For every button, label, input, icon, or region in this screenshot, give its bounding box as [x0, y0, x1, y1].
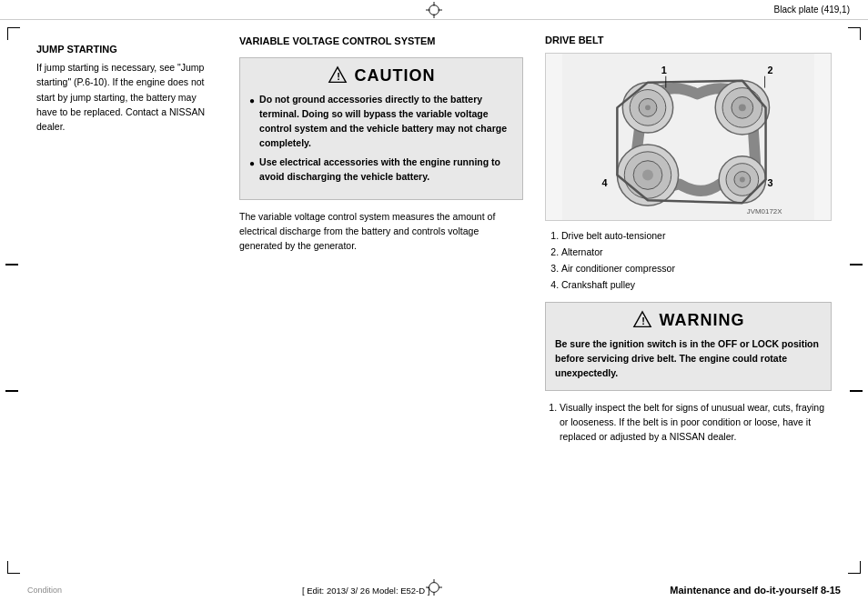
footer-edit: [ Edit: 2013/ 3/ 26 Model: E52-D ] — [302, 586, 429, 596]
drive-belt-diagram: 1 2 3 4 JVM0172X — [545, 53, 832, 221]
header-bar: Black plate (419,1) — [0, 0, 868, 20]
caution-bullet-1: Do not ground accessories directly to th… — [249, 93, 513, 150]
main-content: JUMP STARTING If jump starting is necess… — [27, 25, 841, 576]
part-item-2: Alternator — [561, 245, 832, 261]
warning-header: ! WARNING — [555, 310, 822, 330]
jump-starting-title: JUMP STARTING — [36, 44, 214, 55]
part-item-1: Drive belt auto-tensioner — [561, 228, 832, 245]
side-mark-right-top — [850, 264, 863, 265]
side-mark-left-bottom — [5, 390, 18, 392]
crosshair-bottom — [426, 579, 442, 597]
svg-point-0 — [429, 5, 439, 15]
svg-point-11 — [645, 105, 651, 110]
middle-column: VARIABLE VOLTAGE CONTROL SYSTEM ! CAUTIO… — [227, 25, 534, 576]
svg-point-23 — [642, 170, 653, 181]
inspect-item-1: Visually inspect the belt for signs of u… — [560, 400, 832, 445]
svg-text:4: 4 — [602, 177, 608, 188]
side-mark-right-bottom — [850, 390, 863, 392]
caution-header: ! CAUTION — [249, 65, 513, 85]
vvcs-title: VARIABLE VOLTAGE CONTROL SYSTEM — [239, 35, 523, 48]
svg-point-19 — [740, 177, 745, 183]
inspect-section: Visually inspect the belt for signs of u… — [545, 400, 832, 445]
page-container: Black plate (419,1) JUMP STARTING If jum… — [0, 0, 868, 601]
part-item-4: Crankshaft pulley — [561, 277, 832, 294]
left-column: JUMP STARTING If jump starting is necess… — [27, 25, 227, 576]
jump-starting-text: If jump starting is necessary, see "Jump… — [36, 60, 214, 134]
corner-mark-tr — [848, 27, 861, 40]
warning-box: ! WARNING Be sure the ignition switch is… — [545, 302, 832, 390]
svg-text:!: ! — [641, 316, 645, 326]
right-column: DRIVE BELT — [534, 25, 841, 576]
svg-text:JVM0172X: JVM0172X — [747, 207, 782, 215]
caution-box: ! CAUTION Do not ground accessories dire… — [239, 57, 523, 200]
crosshair-top — [425, 0, 443, 20]
warning-body: Be sure the ignition switch is in the OF… — [555, 337, 822, 380]
caution-icon: ! — [328, 65, 348, 85]
side-mark-left-top — [5, 264, 18, 265]
footer-condition: Condition — [27, 586, 62, 595]
svg-text:3: 3 — [768, 177, 773, 188]
warning-title: WARNING — [660, 311, 745, 330]
corner-mark-bl — [7, 561, 20, 574]
part-item-3: Air conditioner compressor — [561, 261, 832, 277]
plate-text: Black plate (419,1) — [774, 5, 850, 15]
caution-body: Do not ground accessories directly to th… — [249, 93, 513, 185]
caution-bullet-2: Use electrical accessories with the engi… — [249, 155, 513, 185]
corner-mark-tl — [7, 27, 20, 40]
svg-text:1: 1 — [661, 65, 667, 75]
parts-list: Drive belt auto-tensioner Alternator Air… — [545, 228, 832, 293]
svg-rect-7 — [562, 54, 814, 220]
warning-icon: ! — [632, 310, 652, 330]
corner-mark-br — [848, 561, 861, 574]
caution-title: CAUTION — [355, 66, 436, 85]
svg-text:2: 2 — [768, 65, 773, 75]
drive-belt-title: DRIVE BELT — [545, 35, 832, 45]
svg-point-15 — [739, 104, 746, 111]
svg-point-33 — [429, 583, 439, 593]
svg-text:!: ! — [337, 71, 340, 82]
variable-desc: The variable voltage control system meas… — [239, 209, 523, 254]
footer-page: Maintenance and do-it-yourself 8-15 — [670, 585, 841, 596]
